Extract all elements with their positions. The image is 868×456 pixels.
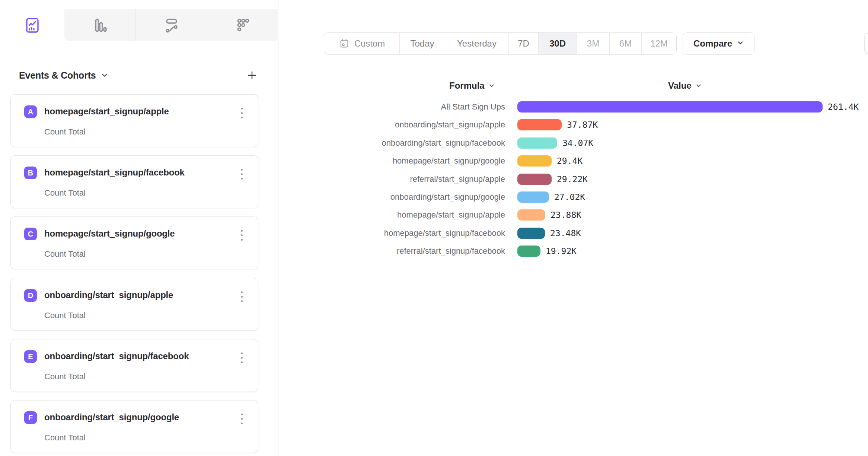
event-letter-badge: C — [24, 228, 37, 240]
date-range-label: 3M — [587, 38, 599, 49]
event-card-title: onboarding/start_signup/facebook — [44, 351, 189, 361]
event-letter-badge: E — [24, 350, 37, 363]
chart-bar[interactable] — [517, 101, 823, 113]
chart-bar-value: 29.22K — [557, 174, 588, 184]
chart-row-label: referral/start_signup/apple — [261, 174, 505, 184]
chart-row: All Start Sign Ups 261.4K — [261, 101, 859, 113]
event-letter-badge: F — [24, 411, 37, 424]
chart-bar-value: 19.92K — [546, 246, 577, 256]
kebab-menu-icon[interactable] — [235, 349, 248, 366]
kebab-menu-icon[interactable] — [235, 288, 248, 305]
chart-row-label: onboarding/start_signup/apple — [261, 120, 505, 130]
event-card[interactable]: D onboarding/start_signup/apple Count To… — [10, 278, 258, 331]
chart-bar-value: 23.48K — [550, 228, 581, 238]
event-card-measurement[interactable]: Count Total — [44, 188, 86, 198]
date-range-segmented-control: CustomTodayYesterday7D30D3M6M12M — [324, 32, 677, 55]
event-card[interactable]: E onboarding/start_signup/facebook Count… — [10, 339, 258, 392]
event-card-measurement[interactable]: Count Total — [44, 127, 86, 137]
formula-header-label: Formula — [449, 80, 485, 91]
chart-bar-value: 37.87K — [567, 120, 598, 130]
chart-row: onboarding/start_signup/apple 37.87K — [261, 119, 598, 130]
event-card[interactable]: A homepage/start_signup/apple Count Tota… — [10, 94, 258, 147]
date-range-custom[interactable]: Custom — [324, 33, 399, 54]
chart-bar[interactable] — [517, 228, 545, 239]
date-range-today[interactable]: Today — [399, 33, 445, 54]
kebab-menu-icon[interactable] — [235, 227, 248, 244]
chart-bar-value: 261.4K — [828, 102, 859, 112]
chart-bar[interactable] — [517, 174, 552, 185]
chart-row: homepage/start_signup/google 29.4K — [261, 155, 583, 167]
event-card-list: A homepage/start_signup/apple Count Tota… — [0, 0, 278, 456]
date-range-label: Today — [410, 38, 434, 49]
date-range-label: Yesterday — [457, 38, 497, 49]
compare-button[interactable]: Compare — [683, 32, 755, 55]
event-card-title: homepage/start_signup/facebook — [44, 167, 185, 178]
formula-column-header[interactable]: Formula — [449, 80, 495, 92]
date-range-7d[interactable]: 7D — [508, 33, 538, 54]
event-card[interactable]: B homepage/start_signup/facebook Count T… — [10, 155, 258, 208]
event-letter-badge: D — [24, 289, 37, 302]
date-range-label: 12M — [650, 38, 668, 49]
chart-bar[interactable] — [517, 119, 562, 130]
chart-row-label: homepage/start_signup/facebook — [261, 228, 505, 238]
chevron-down-icon — [488, 82, 495, 89]
chart-bar[interactable] — [517, 246, 540, 257]
chart-row: onboarding/start_signup/facebook 34.07K — [261, 137, 593, 149]
event-card-measurement[interactable]: Count Total — [44, 311, 86, 320]
chart-row-label: All Start Sign Ups — [261, 102, 505, 112]
chart-row: onboarding/start_signup/google 27.02K — [261, 191, 585, 203]
date-range-30d[interactable]: 30D — [538, 33, 577, 54]
event-letter-badge: A — [24, 105, 37, 118]
chart-bar-value: 27.02K — [554, 192, 585, 202]
sidebar: Events & Cohorts A homepage/start_signup… — [0, 0, 278, 456]
date-range-yesterday[interactable]: Yesterday — [445, 33, 508, 54]
chevron-down-icon — [737, 38, 744, 49]
event-card-measurement[interactable]: Count Total — [44, 433, 86, 443]
chart-bar[interactable] — [517, 191, 549, 203]
chart-row-label: onboarding/start_signup/google — [261, 192, 505, 202]
event-card-title: homepage/start_signup/apple — [44, 106, 169, 117]
event-card[interactable]: C homepage/start_signup/google Count Tot… — [10, 216, 258, 269]
chevron-down-icon — [695, 82, 702, 89]
chart-bar-value: 29.4K — [557, 156, 583, 166]
chart-row-label: homepage/start_signup/apple — [261, 210, 505, 220]
chart-bar[interactable] — [517, 209, 545, 221]
chart-row: homepage/start_signup/apple 23.88K — [261, 209, 581, 221]
event-card-measurement[interactable]: Count Total — [44, 372, 86, 381]
date-range-label: 7D — [518, 38, 529, 49]
chart-bar[interactable] — [517, 137, 557, 149]
event-card[interactable]: F onboarding/start_signup/google Count T… — [10, 400, 258, 453]
chart-row-label: homepage/start_signup/google — [261, 156, 505, 166]
kebab-menu-icon[interactable] — [235, 165, 248, 183]
date-range-label: Custom — [354, 38, 385, 49]
date-range-6m[interactable]: 6M — [609, 33, 641, 54]
chart-row-label: onboarding/start_signup/facebook — [261, 138, 505, 148]
value-header-label: Value — [668, 80, 692, 91]
event-letter-badge: B — [24, 167, 37, 179]
event-card-title: homepage/start_signup/google — [44, 228, 175, 239]
chart-row: homepage/start_signup/facebook 23.48K — [261, 228, 581, 239]
event-card-title: onboarding/start_signup/google — [44, 412, 179, 422]
kebab-menu-icon[interactable] — [235, 104, 248, 121]
date-range-label: 6M — [619, 38, 632, 49]
kebab-menu-icon[interactable] — [235, 410, 248, 427]
chart-row-label: referral/start_signup/facebook — [261, 246, 505, 256]
calendar-icon — [339, 38, 350, 49]
date-range-12m[interactable]: 12M — [641, 33, 676, 54]
value-column-header[interactable]: Value — [668, 80, 702, 92]
chart-row: referral/start_signup/facebook 19.92K — [261, 246, 577, 257]
chart-bar-value: 23.88K — [551, 210, 581, 220]
event-card-measurement[interactable]: Count Total — [44, 249, 86, 259]
chart-bar[interactable] — [517, 155, 552, 167]
compare-label: Compare — [693, 38, 732, 49]
edge-partial-button[interactable] — [864, 32, 868, 55]
date-range-3m[interactable]: 3M — [577, 33, 609, 54]
date-range-label: 30D — [549, 38, 566, 49]
chart-row: referral/start_signup/apple 29.22K — [261, 174, 588, 185]
event-card-title: onboarding/start_signup/apple — [44, 290, 173, 300]
chart-bar-value: 34.07K — [562, 138, 593, 148]
